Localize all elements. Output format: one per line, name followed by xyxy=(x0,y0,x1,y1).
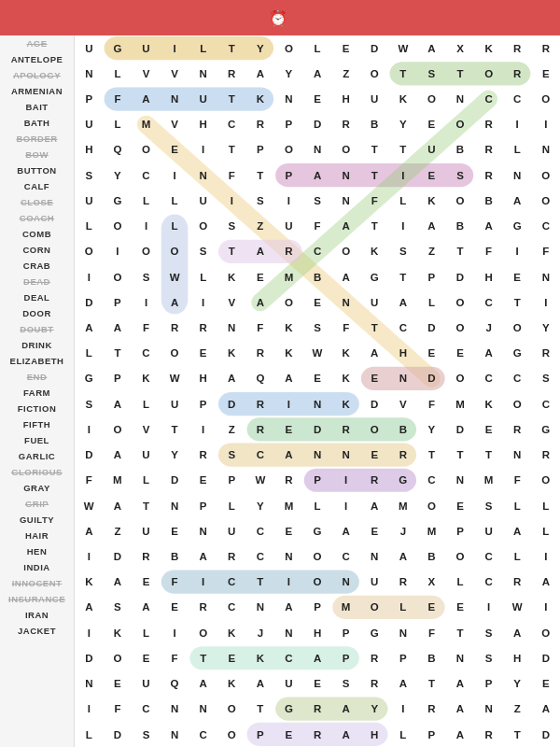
cell-1-11[interactable]: T xyxy=(389,61,418,86)
cell-12-14[interactable]: A xyxy=(474,341,503,366)
cell-13-7[interactable]: A xyxy=(274,366,303,391)
cell-14-16[interactable]: C xyxy=(532,391,561,416)
cell-12-15[interactable]: G xyxy=(503,341,532,366)
cell-16-1[interactable]: A xyxy=(104,443,133,468)
cell-9-3[interactable]: W xyxy=(161,264,189,289)
cell-8-1[interactable]: I xyxy=(104,239,133,264)
cell-20-12[interactable]: B xyxy=(417,543,446,569)
cell-7-16[interactable]: C xyxy=(532,214,561,239)
cell-26-12[interactable]: R xyxy=(417,697,446,722)
cell-6-15[interactable]: A xyxy=(503,188,532,213)
cell-3-4[interactable]: H xyxy=(189,112,217,137)
cell-14-14[interactable]: K xyxy=(474,391,503,416)
cell-22-1[interactable]: S xyxy=(104,595,133,620)
cell-16-14[interactable]: T xyxy=(474,443,503,468)
cell-9-0[interactable]: I xyxy=(75,264,104,289)
grid-area[interactable]: UGUILTYOLEDWAXKRRNLVVNRAYAZOTSTOREPFANUT… xyxy=(75,35,560,747)
cell-25-1[interactable]: E xyxy=(104,670,133,696)
cell-24-11[interactable]: P xyxy=(389,645,418,670)
cell-4-5[interactable]: T xyxy=(217,137,246,162)
cell-4-8[interactable]: N xyxy=(303,137,332,162)
cell-26-7[interactable]: G xyxy=(274,697,303,722)
cell-6-12[interactable]: K xyxy=(417,188,446,213)
cell-15-16[interactable]: G xyxy=(532,416,561,442)
cell-0-16[interactable]: R xyxy=(532,35,561,61)
cell-10-5[interactable]: V xyxy=(217,289,246,315)
cell-11-4[interactable]: R xyxy=(189,315,217,340)
cell-10-13[interactable]: O xyxy=(446,289,475,315)
cell-19-4[interactable]: N xyxy=(189,518,217,543)
cell-21-6[interactable]: T xyxy=(246,570,275,595)
cell-21-12[interactable]: X xyxy=(417,570,446,595)
cell-15-9[interactable]: R xyxy=(331,416,360,442)
cell-21-9[interactable]: N xyxy=(331,570,360,595)
cell-1-4[interactable]: N xyxy=(189,61,217,86)
cell-5-0[interactable]: S xyxy=(75,162,104,188)
cell-26-16[interactable]: A xyxy=(532,697,561,722)
cell-12-6[interactable]: R xyxy=(246,341,275,366)
cell-12-5[interactable]: K xyxy=(217,341,246,366)
cell-1-1[interactable]: L xyxy=(104,61,133,86)
cell-26-1[interactable]: F xyxy=(104,697,133,722)
cell-27-6[interactable]: P xyxy=(246,722,275,747)
cell-0-2[interactable]: U xyxy=(132,35,161,61)
cell-6-13[interactable]: O xyxy=(446,188,475,213)
cell-13-3[interactable]: W xyxy=(161,366,189,391)
cell-19-1[interactable]: Z xyxy=(104,518,133,543)
cell-5-11[interactable]: I xyxy=(389,162,418,188)
cell-20-11[interactable]: A xyxy=(389,543,418,569)
cell-15-7[interactable]: E xyxy=(274,416,303,442)
cell-12-2[interactable]: C xyxy=(132,341,161,366)
cell-17-9[interactable]: I xyxy=(331,468,360,493)
cell-19-11[interactable]: J xyxy=(389,518,418,543)
cell-5-16[interactable]: O xyxy=(532,162,561,188)
cell-3-7[interactable]: P xyxy=(274,112,303,137)
word-item-bait[interactable]: BAIT xyxy=(0,99,74,115)
cell-4-0[interactable]: H xyxy=(75,137,104,162)
cell-17-13[interactable]: N xyxy=(446,468,475,493)
cell-17-3[interactable]: D xyxy=(161,468,189,493)
word-item-hen[interactable]: HEN xyxy=(0,543,74,559)
cell-18-2[interactable]: T xyxy=(132,493,161,518)
cell-18-10[interactable]: A xyxy=(360,493,389,518)
cell-17-6[interactable]: W xyxy=(246,468,275,493)
cell-24-2[interactable]: E xyxy=(132,645,161,670)
cell-1-9[interactable]: Z xyxy=(331,61,360,86)
cell-6-8[interactable]: S xyxy=(303,188,332,213)
cell-3-8[interactable]: D xyxy=(303,112,332,137)
cell-5-8[interactable]: A xyxy=(303,162,332,188)
cell-13-9[interactable]: K xyxy=(331,366,360,391)
cell-2-11[interactable]: K xyxy=(389,86,418,111)
cell-7-8[interactable]: F xyxy=(303,214,332,239)
cell-19-5[interactable]: U xyxy=(217,518,246,543)
cell-5-4[interactable]: N xyxy=(189,162,217,188)
cell-21-1[interactable]: A xyxy=(104,570,133,595)
cell-12-11[interactable]: H xyxy=(389,341,418,366)
cell-2-4[interactable]: U xyxy=(189,86,217,111)
cell-15-4[interactable]: I xyxy=(189,416,217,442)
cell-18-15[interactable]: L xyxy=(503,493,532,518)
word-item-glorious[interactable]: GLORIOUS xyxy=(0,464,74,480)
cell-3-12[interactable]: E xyxy=(417,112,446,137)
cell-24-13[interactable]: N xyxy=(446,645,475,670)
cell-7-4[interactable]: O xyxy=(189,214,217,239)
cell-25-12[interactable]: T xyxy=(417,670,446,696)
cell-8-2[interactable]: O xyxy=(132,239,161,264)
cell-26-2[interactable]: C xyxy=(132,697,161,722)
cell-14-7[interactable]: I xyxy=(274,391,303,416)
cell-26-0[interactable]: I xyxy=(75,697,104,722)
cell-27-7[interactable]: E xyxy=(274,722,303,747)
cell-20-9[interactable]: C xyxy=(331,543,360,569)
cell-25-6[interactable]: A xyxy=(246,670,275,696)
cell-1-2[interactable]: V xyxy=(132,61,161,86)
cell-22-6[interactable]: N xyxy=(246,595,275,620)
cell-2-1[interactable]: F xyxy=(104,86,133,111)
cell-13-16[interactable]: S xyxy=(532,366,561,391)
cell-24-10[interactable]: R xyxy=(360,645,389,670)
cell-27-5[interactable]: O xyxy=(217,722,246,747)
word-item-dead[interactable]: DEAD xyxy=(0,274,74,289)
cell-0-0[interactable]: U xyxy=(75,35,104,61)
cell-2-10[interactable]: U xyxy=(360,86,389,111)
cell-11-13[interactable]: O xyxy=(446,315,475,340)
cell-15-2[interactable]: V xyxy=(132,416,161,442)
